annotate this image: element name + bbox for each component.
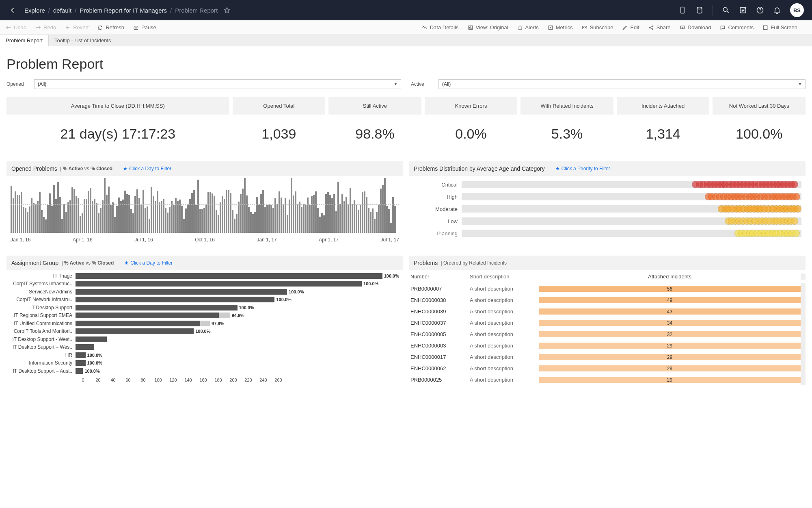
filter-select-opened[interactable]: (All)▼	[34, 79, 401, 89]
scrollbar[interactable]	[801, 328, 806, 340]
kpi-card[interactable]: Not Worked Last 30 Days100.0%	[713, 97, 806, 153]
kpi-card[interactable]: With Related Incidents5.3%	[520, 97, 613, 153]
distribution-row[interactable]: Critical	[413, 178, 801, 191]
favorite-icon[interactable]	[223, 7, 231, 14]
distribution-card: Problems Distribution by Average Age and…	[409, 161, 806, 249]
search-icon[interactable]	[722, 6, 730, 14]
data-source-icon[interactable]	[695, 6, 704, 14]
data-details-button[interactable]: Data Details	[422, 24, 459, 30]
filter-hint-link[interactable]: ★Click a Priority to Filter	[555, 166, 610, 172]
svg-point-11	[652, 26, 653, 26]
filter-label-active: Active	[411, 81, 435, 87]
distribution-chart[interactable]: CriticalHighModerateLowPlanning	[409, 176, 806, 242]
scrollbar[interactable]	[801, 374, 806, 385]
opened-problems-chart[interactable]: Jan 1, 16Apr 1, 16Jul 1, 16Oct 1, 16Jan …	[6, 176, 403, 249]
table-row[interactable]: ENHC0000037A short description34	[409, 317, 806, 328]
card-title: Problems	[414, 260, 438, 266]
kpi-card[interactable]: Average Time to Close (DD:HH:MM:SS)21 da…	[6, 97, 229, 153]
filter-hint-link[interactable]: ★Click a Day to Filter	[123, 166, 171, 172]
distribution-row[interactable]: Planning	[413, 227, 801, 239]
assignment-group-row[interactable]: CorpIT Tools And Monitori..100.0%	[11, 328, 399, 336]
filters-row: Opened (All)▼ Active (All)▼	[6, 79, 806, 89]
svg-point-10	[649, 27, 650, 28]
assignment-group-row[interactable]: IT Desktop Support – Wes..	[11, 343, 399, 352]
scrollbar[interactable]	[801, 340, 806, 351]
svg-point-12	[652, 28, 653, 29]
card-title: Assignment Group	[11, 260, 58, 266]
assignment-group-row[interactable]: Information Security100.0%	[11, 359, 399, 367]
refresh-button[interactable]: Refresh	[97, 24, 124, 30]
svg-point-2	[723, 7, 727, 11]
assignment-group-row[interactable]: IT Regional Support EMEA94.9%	[11, 312, 399, 320]
metrics-button[interactable]: Metrics	[548, 24, 573, 30]
assignment-group-row[interactable]: IT Desktop Support - West..	[11, 335, 399, 343]
view-button[interactable]: View: Original	[468, 24, 508, 30]
list-icon[interactable]	[739, 6, 747, 14]
table-row[interactable]: ENHC0000017A short description29	[409, 351, 806, 363]
filter-hint-link[interactable]: ★Click a Day to Filter	[124, 260, 173, 266]
table-row[interactable]: ENHC0000062A short description29	[409, 363, 806, 374]
assignment-group-row[interactable]: IT Desktop Support100.0%	[11, 304, 399, 312]
breadcrumb-item[interactable]: Explore	[24, 7, 45, 14]
share-button[interactable]: Share	[648, 24, 671, 30]
kpi-card[interactable]: Still Active98.8%	[328, 97, 421, 153]
comments-button[interactable]: Comments	[720, 24, 754, 30]
breadcrumb-item[interactable]: Problem Report for IT Managers	[80, 7, 167, 14]
distribution-row[interactable]: High	[413, 191, 801, 203]
scrollbar[interactable]	[801, 363, 806, 374]
table-row[interactable]: ENHC0000039A short description43	[409, 306, 806, 317]
svg-rect-9	[582, 26, 587, 29]
kpi-card[interactable]: Known Errors0.0%	[425, 97, 518, 153]
back-icon[interactable]	[8, 6, 17, 15]
card-title: Problems Distribution by Average Age and…	[414, 165, 545, 172]
edit-button[interactable]: Edit	[622, 24, 639, 30]
distribution-row[interactable]: Moderate	[413, 203, 801, 215]
assignment-group-chart[interactable]: IT Triage100.0%CorpIT Systems Infrastruc…	[6, 270, 403, 384]
assignment-group-row[interactable]: ServiceNow Admins100.0%	[11, 288, 399, 296]
redo-button[interactable]: Redo	[35, 24, 56, 30]
kpi-value: 1,314	[617, 115, 710, 153]
filter-select-active[interactable]: (All)▼	[438, 79, 806, 89]
undo-button[interactable]: Undo	[6, 24, 26, 30]
assignment-group-row[interactable]: HR100.0%	[11, 351, 399, 359]
top-nav-bar: Explore/ default/ Problem Report for IT …	[0, 0, 812, 20]
kpi-card[interactable]: Opened Total1,039	[233, 97, 326, 153]
assignment-group-row[interactable]: IT Desktop Support – Aust..100.0%	[11, 367, 399, 375]
assignment-group-row[interactable]: IT Triage100.0%	[11, 272, 399, 280]
alerts-button[interactable]: Alerts	[517, 24, 539, 30]
tab-problem-report[interactable]: Problem Report	[0, 35, 49, 46]
kpi-card[interactable]: Incidents Attached1,314	[617, 97, 710, 153]
svg-rect-14	[764, 26, 767, 29]
table-row[interactable]: ENHC0000038A short description49	[409, 294, 806, 306]
avatar[interactable]: BS	[790, 3, 804, 17]
assignment-group-row[interactable]: IT Unified Communications97.9%	[11, 319, 399, 328]
col-incidents: Attached Incidents	[539, 274, 801, 280]
tab-tooltip-incidents[interactable]: Tooltip - List of Incidents	[49, 35, 117, 46]
breadcrumb-item[interactable]: default	[53, 7, 71, 14]
scrollbar[interactable]	[801, 351, 806, 363]
table-row[interactable]: ENHC0000005A short description32	[409, 328, 806, 340]
scrollbar[interactable]	[801, 317, 806, 328]
pause-button[interactable]: Pause	[133, 24, 156, 30]
distribution-row[interactable]: Low	[413, 215, 801, 227]
help-icon[interactable]	[756, 6, 764, 14]
revert-button[interactable]: Revert	[65, 24, 89, 30]
table-row[interactable]: ENHC0000003A short description29	[409, 340, 806, 351]
subscribe-button[interactable]: Subscribe	[582, 24, 613, 30]
table-row[interactable]: PRB0000025A short description29	[409, 374, 806, 385]
device-preview-icon[interactable]	[678, 6, 687, 14]
notifications-icon[interactable]	[773, 6, 781, 14]
fullscreen-button[interactable]: Full Screen	[762, 24, 797, 30]
kpi-value: 0.0%	[425, 115, 518, 153]
table-row[interactable]: PRB0000007A short description56	[409, 283, 806, 294]
toolbar: Undo Redo Revert Refresh Pause Data Deta…	[0, 20, 812, 35]
assignment-group-card: Assignment Group | % Active vs % Closed …	[6, 256, 403, 385]
download-button[interactable]: Download	[680, 24, 711, 30]
kpi-label: Not Worked Last 30 Days	[713, 97, 806, 115]
scrollbar[interactable]	[801, 283, 806, 294]
assignment-group-row[interactable]: CorpIT Systems Infrastruc..100.0%	[11, 280, 399, 288]
kpi-label: Incidents Attached	[617, 97, 710, 115]
assignment-group-row[interactable]: CorpIT Network Infrastru..100.0%	[11, 296, 399, 304]
scrollbar[interactable]	[801, 306, 806, 317]
scrollbar[interactable]	[801, 294, 806, 306]
